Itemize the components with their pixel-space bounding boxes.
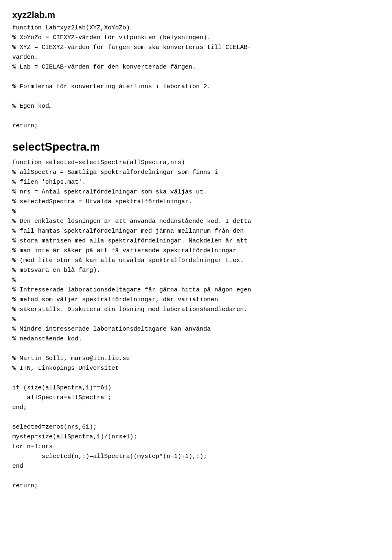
selectSpectra-title: selectSpectra.m	[12, 138, 380, 156]
selectSpectra-code: function selected=selectSpectra(allSpect…	[12, 158, 380, 491]
page-content: xyz2lab.m function Lab=xyz2lab(XYZ,XoYoZ…	[12, 8, 380, 491]
xyz2lab-section: xyz2lab.m function Lab=xyz2lab(XYZ,XoYoZ…	[12, 8, 380, 131]
xyz2lab-code: function Lab=xyz2lab(XYZ,XoYoZo) % XoYoZ…	[12, 23, 380, 131]
selectSpectra-section: selectSpectra.m function selected=select…	[12, 138, 380, 491]
xyz2lab-title: xyz2lab.m	[12, 8, 380, 22]
